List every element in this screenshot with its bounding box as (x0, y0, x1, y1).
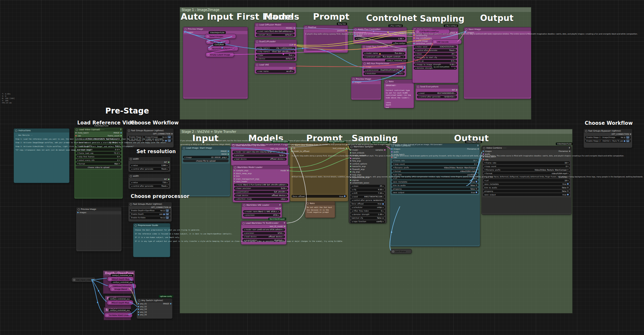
decrement-arrow-icon[interactable]: ◀ (257, 31, 258, 32)
decrement-arrow-icon[interactable]: ◀ (352, 196, 353, 198)
collapse-toggle-icon[interactable] (350, 146, 353, 148)
widget-preprocessor[interactable]: ◀preprocessorDepthAnythingV2Pre...▶ (364, 69, 405, 72)
node-image-blend[interactable]: Image Blend (110, 287, 133, 291)
node-empty-latent-image[interactable]: Empty Latent Image (205, 52, 234, 57)
input-slot-dot[interactable] (350, 163, 351, 164)
decrement-arrow-icon[interactable]: ◀ (352, 200, 353, 201)
output-slot-dot[interactable] (170, 303, 171, 304)
collapse-toggle-icon[interactable] (392, 145, 394, 147)
collapse-toggle-icon[interactable] (138, 300, 140, 302)
increment-arrow-icon[interactable]: ▶ (455, 96, 456, 98)
input-slot-dot[interactable] (77, 212, 79, 213)
output-dot[interactable] (93, 279, 94, 281)
widget-control after generate[interactable]: ◀control after generaterandomize▶ (417, 95, 457, 98)
node-dual-clip-loader[interactable]: DualCLIPLoaderCLIP◀clip_name1clip_l.safe… (254, 39, 297, 61)
decrement-arrow-icon[interactable]: ◀ (235, 195, 236, 196)
collapse-toggle-icon[interactable] (185, 28, 187, 30)
text-area[interactable] (293, 153, 346, 175)
decrement-arrow-icon[interactable]: ◀ (484, 165, 485, 167)
widget-model[interactable]: ◀modelWan2.1-Fun-Control-14B_fp8_e4m3fn.… (234, 183, 288, 186)
widget-frame_rate[interactable]: ◀frame_rate30▶ (392, 159, 478, 162)
node-wanvideo-model-loader[interactable]: WanVideo Model Loadercompile_argsmodelbl… (232, 165, 290, 202)
toggle-knob[interactable] (382, 217, 384, 219)
output-slot-dot[interactable] (168, 179, 169, 180)
node-titlebar[interactable]: Any Switch (rgthree) (137, 299, 172, 302)
input-slot-dot[interactable] (184, 32, 185, 33)
node-wanvideo-sampler[interactable]: WanVideo Samplermodelsamplestext_embedsi… (349, 144, 387, 223)
increment-arrow-icon[interactable]: ▶ (283, 229, 284, 231)
node-video-combine-output[interactable]: Video Combine ◦◦◦?imagesFilenamesaudiome… (390, 143, 480, 247)
decrement-arrow-icon[interactable]: ◀ (257, 51, 258, 53)
node-titlebar[interactable]: width (128, 174, 170, 178)
node-fast-groups-bypasser-right[interactable]: Fast Groups Bypasser (rgthree)OPT_CONNEC… (583, 129, 632, 148)
node-save-image[interactable]: Save Imageimages (464, 27, 531, 99)
toggle-knob[interactable] (476, 192, 477, 193)
toggle-knob[interactable] (567, 194, 569, 195)
widget-toggle-pingpong[interactable]: pingpongfalse (392, 187, 478, 190)
output-slot-dot[interactable] (284, 226, 285, 227)
decrement-arrow-icon[interactable]: ◀ (235, 191, 236, 193)
node-preview-image-2[interactable]: Preview Imageimages (351, 77, 381, 100)
widget-attention_mode[interactable]: ◀attention_modesdpa▶ (234, 198, 288, 201)
decrement-arrow-icon[interactable]: ◀ (131, 168, 132, 170)
input-slot-dot[interactable] (413, 35, 415, 36)
collapse-toggle-icon[interactable] (130, 158, 132, 160)
widget-toggle-pingpong[interactable]: pingpongfalse (483, 190, 570, 192)
node-preview-image-pre[interactable]: Preview Imageimages (76, 207, 122, 251)
collapse-toggle-icon[interactable] (130, 175, 132, 177)
toggle-knob[interactable] (163, 213, 165, 215)
widget-vae_name[interactable]: ◀vae_nameae.sft▶ (256, 70, 295, 73)
decrement-arrow-icon[interactable]: ◀ (352, 185, 353, 187)
widget-device[interactable]: ◀devicedefault▶ (256, 57, 295, 60)
output-slot-dot[interactable] (404, 49, 406, 51)
increment-arrow-icon[interactable]: ▶ (568, 172, 569, 174)
increment-arrow-icon[interactable]: ▶ (383, 189, 384, 191)
widget-clip_name1[interactable]: ◀clip_name1clip_l.safetensors▶ (256, 47, 295, 50)
output-slot-dot[interactable] (630, 133, 631, 135)
collapse-toggle-icon[interactable] (135, 224, 137, 227)
toggle-knob[interactable] (624, 140, 625, 142)
input-slot-dot[interactable] (350, 155, 351, 156)
collapse-toggle-icon[interactable] (385, 81, 388, 83)
widget-load_device[interactable]: ◀load_deviceoffload_device▶ (234, 194, 288, 197)
input-slot-dot[interactable] (234, 175, 235, 177)
increment-arrow-icon[interactable]: ▶ (293, 47, 294, 49)
widget-model_name[interactable]: ◀model_nameWan2_1_VAE_bf16.s...▶ (243, 210, 280, 213)
widget-frame_rate[interactable]: ◀frame_rate16▶ (483, 161, 570, 164)
collapse-toggle-icon[interactable] (109, 278, 111, 280)
widget-loop_count[interactable]: ◀loop_count0▶ (392, 163, 478, 165)
widget-toggle-batched_cfg[interactable]: batched_cfgfalse (350, 217, 385, 220)
input-slot-dot[interactable] (350, 180, 351, 181)
input-slot-dot[interactable] (234, 178, 235, 180)
widget-type[interactable]: ◀typeflux▶ (256, 54, 295, 57)
widget-resolution[interactable]: ◀resolution512▶ (364, 72, 405, 75)
input-slot-dot[interactable] (350, 158, 351, 159)
increment-arrow-icon[interactable]: ▶ (119, 159, 120, 161)
input-slot-dot[interactable] (138, 309, 139, 310)
node-titlebar[interactable]: Fast Groups Bypasser (rgthree) (127, 129, 174, 133)
increment-arrow-icon[interactable]: ▶ (292, 34, 293, 36)
input-slot-dot[interactable] (413, 37, 415, 39)
node-graph-canvas[interactable]: T: 0.00s I: 0 N: 100 [100] V: 206 FPS:87… (0, 0, 644, 335)
widget-filename_prefix[interactable]: ◀filename_prefixVideo2Video_Restyle_Wan/… (483, 168, 570, 171)
widget-precision[interactable]: ◀precisionbf16▶ (243, 214, 280, 217)
input-slot-dot[interactable] (350, 149, 351, 151)
input-slot-dot[interactable] (350, 169, 351, 170)
toggle-knob[interactable] (165, 136, 167, 138)
widget-timestep_to_start_cfg[interactable]: ◀timestep_to_start_cfg1▶ (414, 56, 457, 59)
widget-model_name[interactable]: ◀model_nameflux-dev▶ (363, 52, 405, 55)
input-slot-dot[interactable] (234, 173, 235, 174)
widget-value[interactable]: ◀value1280▶ (130, 164, 169, 167)
decrement-arrow-icon[interactable]: ◀ (352, 221, 353, 222)
input-slot-dot[interactable] (291, 151, 292, 152)
input-slot-dot[interactable] (465, 32, 466, 33)
collapse-toggle-icon[interactable] (256, 41, 258, 43)
widget-quantization[interactable]: ◀quantizationfp8_e4m3fn▶ (234, 191, 288, 193)
widget-button[interactable]: choose video to upload (76, 166, 121, 169)
widget-rope_function[interactable]: ◀rope_functioncomfy▶ (350, 220, 385, 223)
widget-toggle-force_offload[interactable]: force_offloadtrue (350, 202, 385, 205)
widget-weight_dtype[interactable]: ◀weight_dtypedefault▶ (256, 34, 295, 36)
output-slot-dot[interactable] (346, 30, 347, 31)
widget-toggle-save_output[interactable]: save_outputtrue (483, 193, 570, 196)
input-slot-dot[interactable] (291, 148, 292, 149)
